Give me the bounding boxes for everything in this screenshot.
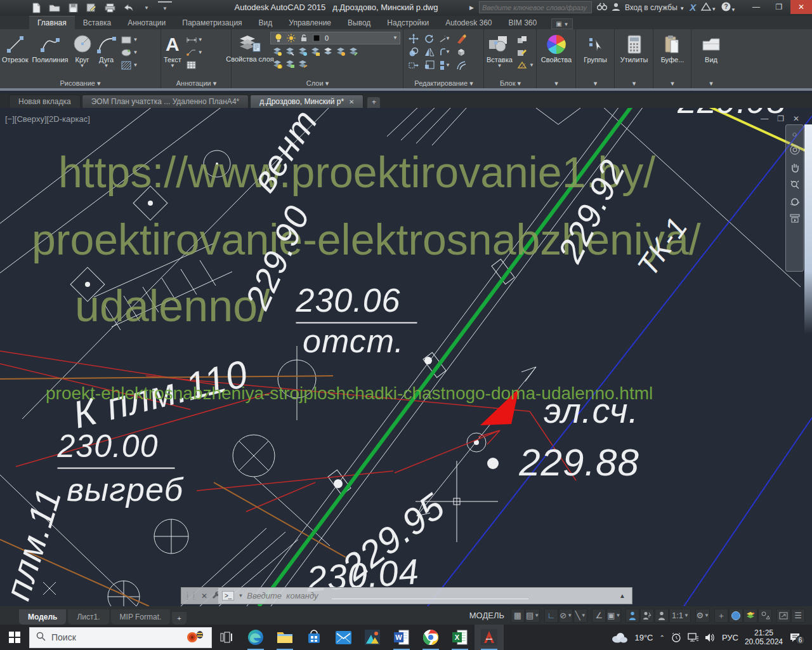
panel-label-groups[interactable]: ▾ [577,79,614,88]
tab-bim-360[interactable]: BIM 360 [501,17,546,29]
tab-autodesk-360[interactable]: Autodesk 360 [437,17,500,29]
open-folder-icon[interactable] [48,1,62,14]
polyline-button[interactable]: Полилиния [30,32,70,65]
panel-label-draw[interactable]: Рисование ▾ [0,79,160,88]
taskbar-search-box[interactable]: Поиск [29,627,212,648]
arc-button[interactable]: Дуга ▼ [95,32,119,70]
properties-button[interactable]: Свойства [539,32,573,65]
attributes-icon[interactable] [517,60,528,70]
help-icon[interactable]: ?▼ [721,2,736,13]
annotation-autoscale-icon[interactable] [640,609,654,623]
workspace-switch-icon[interactable] [758,609,772,623]
settings-gear-icon[interactable]: ⚙▼ [695,609,710,623]
canvas-scrollbar[interactable] [804,124,812,334]
viewport-controls[interactable]: [−][Сверху][2D-каркас] [5,114,90,124]
annotation-scale-icon[interactable] [655,609,669,623]
insert-block-button[interactable]: Вставка ▼ [485,32,514,70]
panel-label-utilities[interactable]: ▾ [615,79,653,88]
snap-mode-icon[interactable]: ▦ [511,609,525,623]
file-tab-add-icon[interactable]: + [367,97,380,108]
layout-tab-add-icon[interactable]: + [172,612,186,625]
fillet-icon[interactable]: ▼ [440,46,450,57]
file-tab-active[interactable]: д.Дроздово, Минский р*✕ [250,95,363,108]
create-block-icon[interactable] [517,34,528,45]
annotation-scale-value[interactable]: 1:1▼ [669,609,691,623]
pan-hand-icon[interactable] [790,162,800,174]
volume-icon[interactable] [705,633,716,642]
object-snap-tracking-icon[interactable]: ∠ [592,609,606,623]
layer-dropdown[interactable]: 0 ▼ [270,32,400,44]
undo-icon[interactable] [121,1,135,14]
tray-expand-icon[interactable]: ⌃ [660,634,665,641]
layout-tab-mip[interactable]: MIP Format. [111,609,171,625]
customization-menu-icon[interactable]: ☰ [791,609,805,623]
dynamic-input-icon[interactable]: ▣▼ [606,609,621,623]
qat-customize-icon[interactable]: ▼ [158,1,172,14]
array-icon[interactable]: ▼ [440,60,450,70]
layer-isolate-icon[interactable] [284,46,295,56]
doc-minimize-icon[interactable]: — [761,114,768,123]
panel-label-clipboard[interactable]: ▾ [654,79,691,88]
steering-wheel-icon[interactable] [789,144,801,157]
save-as-icon[interactable] [84,1,98,14]
tab-vyvod[interactable]: Вывод [339,17,379,29]
panel-label-annotate[interactable]: Аннотации ▾ [162,79,231,88]
command-recent-dropdown[interactable]: ▼ [238,593,243,599]
autodesk-360-icon[interactable]: ▼ [701,3,716,13]
edge-icon[interactable] [241,625,270,650]
scale-icon[interactable] [424,60,435,70]
showmotion-icon[interactable] [790,214,800,224]
clean-screen-icon[interactable] [776,609,790,623]
layer-freeze-icon[interactable] [297,46,308,56]
redo-dropdown-icon[interactable]: ▼ [140,1,154,14]
search-expand-icon[interactable]: ▶ [469,4,474,11]
new-file-icon[interactable] [29,1,43,14]
crosshair-toggle-icon[interactable]: ＋ [714,609,728,623]
command-grip-handle[interactable]: ⋮⋮⋮⋮ [185,593,197,599]
weather-cloud-icon[interactable] [610,632,628,643]
layer-on-bulb-icon[interactable] [273,33,284,44]
layout-tab-model[interactable]: Модель [19,609,66,625]
layer-state-icon[interactable] [297,58,308,69]
layer-match-icon[interactable] [322,46,333,56]
binoculars-search-icon[interactable] [597,3,607,13]
leader-icon[interactable] [186,47,197,58]
command-close-icon[interactable]: ✕ [201,592,207,600]
layer-walk-icon[interactable] [284,58,295,69]
layer-freeze-sun-icon[interactable] [285,33,296,44]
panel-label-layers[interactable]: Слои ▾ [232,79,403,88]
layer-lock-tool-icon[interactable] [310,46,320,56]
mirror-icon[interactable] [424,46,435,57]
drawing-canvas[interactable]: https://www.proektirovanie1.by/ proektir… [0,108,812,606]
tab-vstavka[interactable]: Вставка [75,17,120,29]
zoom-extents-icon[interactable] [790,180,800,191]
annotation-visibility-icon[interactable] [625,609,639,623]
excel-icon[interactable]: X [445,625,475,650]
grid-display-icon[interactable]: ▤▼ [525,609,540,623]
save-icon[interactable] [66,1,80,14]
layout-tab-list1[interactable]: Лист1. [68,609,108,625]
clock[interactable]: 21:25 20.05.2024 [745,628,783,646]
microsoft-store-icon[interactable] [299,625,329,650]
layer-current-icon[interactable] [272,58,282,69]
exchange-apps-icon[interactable]: X [690,2,696,13]
circle-button[interactable]: Круг ▼ [70,32,95,70]
layer-dropdown-arrow[interactable]: ▼ [393,36,398,41]
line-button[interactable]: Отрезок [0,32,30,65]
restore-button[interactable]: ❐ [768,0,790,14]
ortho-mode-icon[interactable]: ∟ [544,609,558,623]
layer-color-swatch[interactable] [311,33,322,44]
file-tab-close-icon[interactable]: ✕ [349,98,354,105]
model-space-label[interactable]: МОДЕЛЬ [469,611,504,620]
view-button[interactable]: Вид [700,32,723,65]
tab-parametrizaciya[interactable]: Параметризация [174,17,250,29]
utilities-button[interactable]: Утилиты [619,32,650,65]
panel-label-modify[interactable]: Редактирование ▾ [404,79,483,88]
text-button[interactable]: А Текст ▼ [162,32,183,70]
doc-restore-icon[interactable]: ❐ [777,114,784,123]
tab-vid[interactable]: Вид [251,17,281,29]
tab-upravlenie[interactable]: Управление [280,17,339,29]
autocad-taskbar-icon[interactable] [475,625,504,650]
panel-label-properties[interactable]: ▾ [537,79,575,88]
panel-label-view[interactable]: ▾ [692,79,730,88]
